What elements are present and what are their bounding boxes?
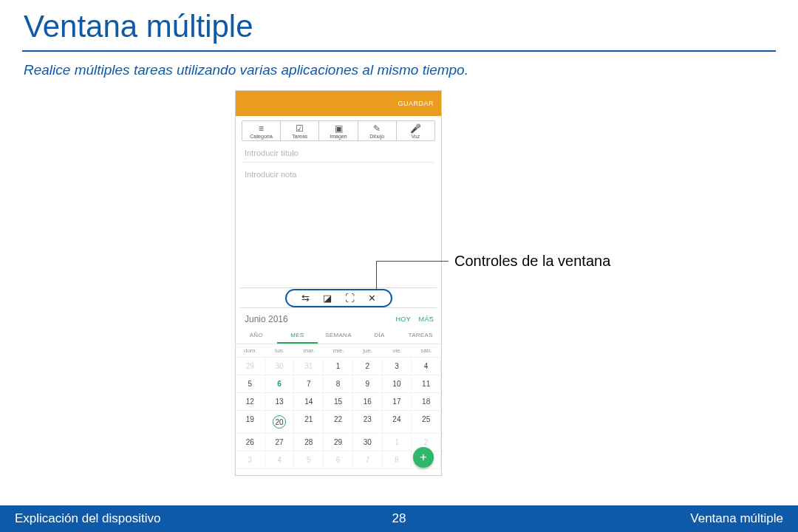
calendar-day[interactable]: 15 xyxy=(324,393,353,411)
calendar-tab-día[interactable]: DÍA xyxy=(359,327,400,344)
calendar-day[interactable]: 12 xyxy=(236,393,265,411)
window-control-icon[interactable]: ⇆ xyxy=(301,293,310,303)
calendar-day[interactable]: 22 xyxy=(324,411,353,434)
calendar-dow: lun. xyxy=(265,344,295,357)
tool-icon: ≡ xyxy=(242,123,280,134)
calendar-day[interactable]: 8 xyxy=(324,375,353,393)
calendar-day[interactable]: 28 xyxy=(294,434,324,451)
page-title: Ventana múltiple xyxy=(0,0,798,50)
notes-tool-imagen[interactable]: ▣Imagen xyxy=(319,121,358,140)
notes-toolbar: ≡Categoría☑Tareas▣Imagen✎Dibujo🎤Voz xyxy=(236,116,441,141)
calendar-day[interactable]: 4 xyxy=(265,451,295,469)
illustration-stage: GUARDAR ≡Categoría☑Tareas▣Imagen✎Dibujo🎤… xyxy=(0,90,798,489)
page-subtitle: Realice múltiples tareas utilizando vari… xyxy=(0,62,798,90)
calendar-day[interactable]: 17 xyxy=(383,393,412,411)
tool-icon: ☑ xyxy=(281,123,318,134)
tool-label: Dibujo xyxy=(358,134,396,139)
title-rule xyxy=(22,50,776,52)
window-control-icon[interactable]: ⛶ xyxy=(345,293,355,303)
calendar-add-button[interactable]: + xyxy=(413,447,434,468)
notes-topbar: GUARDAR xyxy=(236,91,441,116)
calendar-tab-tareas[interactable]: TAREAS xyxy=(400,327,441,344)
calendar-day[interactable]: 24 xyxy=(383,411,412,434)
calendar-dow: mar. xyxy=(294,344,324,357)
device-frame: GUARDAR ≡Categoría☑Tareas▣Imagen✎Dibujo🎤… xyxy=(235,90,442,476)
calendar-day[interactable]: 8 xyxy=(383,451,412,469)
callout-connector xyxy=(376,261,377,290)
calendar-tab-semana[interactable]: SEMANA xyxy=(318,327,359,344)
calendar-day[interactable]: 26 xyxy=(236,434,265,451)
calendar-day[interactable]: 1 xyxy=(324,358,353,375)
page-footer: Explicación del dispositivo 28 Ventana m… xyxy=(0,505,798,532)
calendar-day[interactable]: 10 xyxy=(383,375,412,393)
calendar-day[interactable]: 4 xyxy=(412,358,441,375)
calendar-day[interactable]: 3 xyxy=(383,358,412,375)
calendar-day[interactable]: 18 xyxy=(412,393,441,411)
calendar-day[interactable]: 7 xyxy=(353,451,383,469)
calendar-dow: mié. xyxy=(324,344,353,357)
footer-section: Explicación del dispositivo xyxy=(15,511,161,526)
notes-tool-voz[interactable]: 🎤Voz xyxy=(397,121,434,140)
calendar-day[interactable]: 19 xyxy=(236,411,265,434)
save-button[interactable]: GUARDAR xyxy=(398,100,434,107)
callout-connector xyxy=(376,261,449,262)
calendar-day[interactable]: 30 xyxy=(265,358,295,375)
calendar-day[interactable]: 7 xyxy=(294,375,324,393)
tool-label: Imagen xyxy=(319,134,357,139)
calendar-day[interactable]: 30 xyxy=(353,434,383,451)
calendar-day[interactable]: 9 xyxy=(353,375,383,393)
calendar-day[interactable]: 13 xyxy=(265,393,295,411)
calendar-dow: sáb. xyxy=(412,344,441,357)
footer-page-number: 28 xyxy=(392,511,406,526)
calendar-dow-row: dom.lun.mar.mié.jue.vie.sáb. xyxy=(236,344,441,358)
footer-topic: Ventana múltiple xyxy=(690,511,783,526)
calendar-dow: dom. xyxy=(236,344,265,357)
calendar-day[interactable]: 29 xyxy=(236,358,265,375)
calendar-month-label[interactable]: Junio 2016 xyxy=(245,314,288,324)
notes-tool-dibujo[interactable]: ✎Dibujo xyxy=(358,121,397,140)
calendar-day[interactable]: 27 xyxy=(265,434,295,451)
calendar-day[interactable]: 11 xyxy=(412,375,441,393)
calendar-tab-año[interactable]: AÑO xyxy=(236,327,277,344)
calendar-day[interactable]: 5 xyxy=(236,375,265,393)
calendar-dow: jue. xyxy=(353,344,383,357)
calendar-dow: vie. xyxy=(383,344,412,357)
calendar-day[interactable]: 20 xyxy=(265,411,295,434)
calendar-day[interactable]: 5 xyxy=(294,451,324,469)
calendar-day[interactable]: 6 xyxy=(265,375,295,393)
calendar-today-link[interactable]: HOY xyxy=(396,316,411,323)
calendar-day[interactable]: 23 xyxy=(353,411,383,434)
tool-label: Categoría xyxy=(242,134,280,139)
tool-label: Voz xyxy=(397,134,434,139)
notes-title-input[interactable]: Introducir título xyxy=(236,141,441,157)
calendar-day[interactable]: 2 xyxy=(353,358,383,375)
calendar-day[interactable]: 6 xyxy=(324,451,353,469)
calendar-view-tabs: AÑOMESSEMANADÍATAREAS xyxy=(236,327,441,344)
calendar-day[interactable]: 16 xyxy=(353,393,383,411)
window-control-icon[interactable]: ✕ xyxy=(368,293,376,303)
calendar-day[interactable]: 3 xyxy=(236,451,265,469)
calendar-day[interactable]: 25 xyxy=(412,411,441,434)
calendar-day[interactable]: 1 xyxy=(383,434,412,451)
notes-tool-categoría[interactable]: ≡Categoría xyxy=(242,121,281,140)
tool-icon: 🎤 xyxy=(397,123,434,134)
calendar-more-link[interactable]: MÁS xyxy=(419,316,434,323)
tool-icon: ✎ xyxy=(358,123,396,134)
window-control-icon[interactable]: ◪ xyxy=(323,293,332,303)
tool-icon: ▣ xyxy=(319,123,357,134)
window-controls[interactable]: ⇆◪⛶✕ xyxy=(285,289,392,307)
tool-label: Tareas xyxy=(281,134,318,139)
notes-body-input[interactable]: Introducir nota xyxy=(236,163,441,179)
calendar-grid: 2930311234567891011121314151617181920212… xyxy=(236,358,441,469)
calendar-day[interactable]: 29 xyxy=(324,434,353,451)
calendar-tab-mes[interactable]: MES xyxy=(277,327,318,344)
calendar-day[interactable]: 31 xyxy=(294,358,324,375)
notes-tool-tareas[interactable]: ☑Tareas xyxy=(281,121,319,140)
callout-label: Controles de la ventana xyxy=(454,253,610,270)
calendar-day[interactable]: 21 xyxy=(294,411,324,434)
split-divider[interactable]: ⇆◪⛶✕ xyxy=(236,287,441,308)
calendar-day[interactable]: 14 xyxy=(294,393,324,411)
calendar-app: Junio 2016 HOY MÁS AÑOMESSEMANADÍATAREAS… xyxy=(236,308,441,475)
